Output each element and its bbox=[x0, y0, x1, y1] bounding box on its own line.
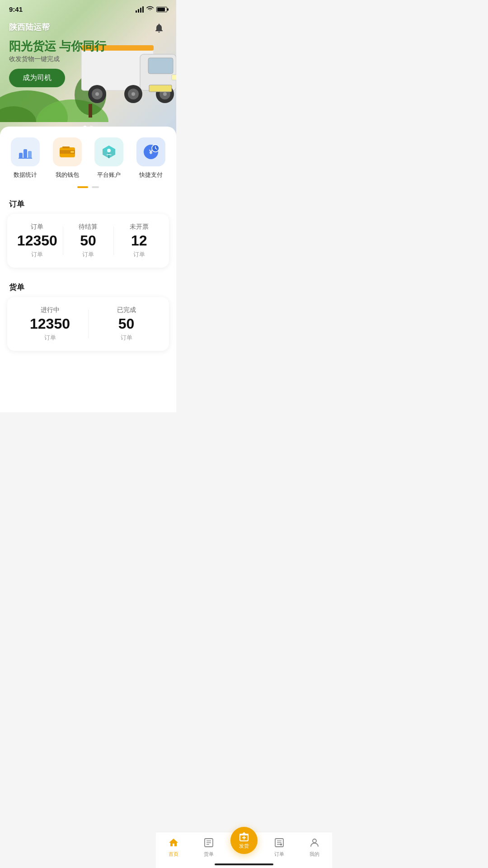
svg-point-17 bbox=[163, 92, 167, 96]
main-card: 数据统计 我的钱包 bbox=[0, 127, 176, 412]
svg-rect-21 bbox=[23, 149, 27, 158]
shipment-inprogress-stat[interactable]: 进行中 12350 订单 bbox=[12, 306, 88, 342]
status-icons bbox=[136, 6, 167, 13]
order-section-title: 订单 bbox=[0, 192, 176, 214]
quick-pay-label: 快捷支付 bbox=[139, 171, 163, 179]
order-uninvoiced-stat[interactable]: 未开票 12 订单 bbox=[113, 223, 164, 259]
order-uninvoiced-value: 12 bbox=[131, 233, 147, 249]
platform-account-icon-box bbox=[94, 137, 123, 166]
bell-button[interactable] bbox=[151, 20, 167, 36]
order-total-value: 12350 bbox=[17, 233, 57, 249]
nav-data-stats[interactable]: 数据统计 bbox=[7, 137, 43, 179]
shipment-completed-stat[interactable]: 已完成 50 订单 bbox=[88, 306, 164, 342]
become-driver-button[interactable]: 成为司机 bbox=[9, 69, 65, 87]
nav-quick-pay[interactable]: ¥ 快捷支付 bbox=[133, 137, 169, 179]
svg-rect-26 bbox=[70, 151, 74, 153]
svg-point-11 bbox=[95, 92, 99, 96]
hero-banner: 陕西陆运帮 阳光货运 与你同行 收发货物一键完成 成为司机 bbox=[0, 0, 176, 136]
quick-pay-icon-box: ¥ bbox=[136, 137, 165, 166]
carousel-dot-active bbox=[77, 186, 88, 188]
order-stats-card: 订单 12350 订单 待结算 50 订单 未开票 12 订单 bbox=[7, 214, 169, 268]
battery-icon bbox=[156, 7, 167, 12]
carousel-dots bbox=[0, 186, 176, 192]
order-pending-stat[interactable]: 待结算 50 订单 bbox=[63, 223, 114, 259]
quick-access-grid: 数据统计 我的钱包 bbox=[0, 127, 176, 186]
order-uninvoiced-unit: 订单 bbox=[133, 250, 145, 259]
svg-rect-27 bbox=[62, 146, 70, 148]
shipment-inprogress-unit: 订单 bbox=[44, 334, 56, 342]
data-stats-icon-box bbox=[11, 137, 40, 166]
nav-my-wallet[interactable]: 我的钱包 bbox=[49, 137, 85, 179]
hero-subtitle: 收发货物一键完成 bbox=[9, 55, 60, 63]
data-stats-label: 数据统计 bbox=[14, 171, 37, 179]
order-pending-unit: 订单 bbox=[82, 250, 94, 259]
svg-rect-18 bbox=[149, 85, 172, 92]
app-name: 陕西陆运帮 bbox=[9, 22, 50, 33]
shipment-inprogress-label: 进行中 bbox=[41, 306, 60, 314]
order-total-label: 订单 bbox=[31, 223, 43, 231]
hero-tagline: 阳光货运 与你同行 bbox=[9, 38, 106, 54]
shipment-stats-card: 进行中 12350 订单 已完成 50 订单 bbox=[7, 297, 169, 351]
order-total-stat[interactable]: 订单 12350 订单 bbox=[12, 223, 63, 259]
order-total-unit: 订单 bbox=[31, 250, 43, 259]
svg-rect-20 bbox=[19, 153, 23, 158]
my-wallet-label: 我的钱包 bbox=[56, 171, 79, 179]
signal-icon bbox=[136, 6, 144, 13]
status-bar: 9:41 bbox=[0, 0, 176, 16]
svg-point-31 bbox=[107, 149, 111, 152]
svg-rect-19 bbox=[172, 75, 176, 80]
order-pending-value: 50 bbox=[80, 233, 96, 249]
platform-account-label: 平台账户 bbox=[97, 171, 121, 179]
carousel-dot-inactive bbox=[92, 186, 99, 188]
wifi-icon bbox=[146, 6, 154, 13]
svg-point-14 bbox=[131, 92, 135, 96]
shipment-completed-label: 已完成 bbox=[117, 306, 136, 314]
order-uninvoiced-label: 未开票 bbox=[130, 223, 149, 231]
shipment-section-title: 货单 bbox=[0, 275, 176, 297]
order-pending-label: 待结算 bbox=[79, 223, 98, 231]
my-wallet-icon-box bbox=[53, 137, 82, 166]
shipment-completed-unit: 订单 bbox=[121, 334, 132, 342]
svg-rect-7 bbox=[148, 58, 173, 74]
status-time: 9:41 bbox=[9, 5, 23, 13]
nav-platform-account[interactable]: 平台账户 bbox=[91, 137, 127, 179]
svg-rect-22 bbox=[28, 151, 32, 158]
shipment-completed-value: 50 bbox=[118, 316, 135, 332]
shipment-inprogress-value: 12350 bbox=[30, 316, 70, 332]
